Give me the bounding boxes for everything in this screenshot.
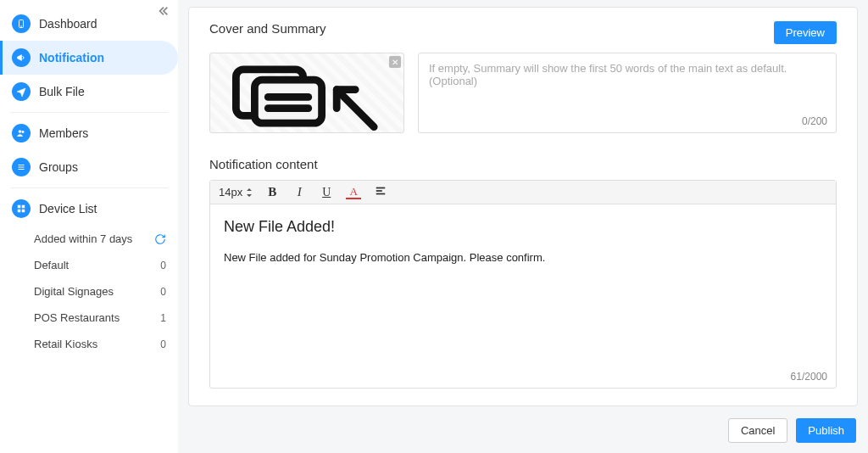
sidebar-item-label: Groups xyxy=(39,160,78,174)
grid-icon xyxy=(12,199,31,218)
editor-content-area[interactable]: New File Added! New File added for Sunda… xyxy=(210,204,836,367)
sidebar-item-notification[interactable]: Notification xyxy=(0,41,178,75)
italic-button[interactable]: I xyxy=(292,185,307,199)
svg-rect-9 xyxy=(18,210,20,212)
device-sub-count: 0 xyxy=(160,338,166,350)
phone-icon xyxy=(12,14,31,33)
refresh-icon[interactable] xyxy=(154,233,166,245)
summary-textarea[interactable]: If empty, Summary will show the first 50… xyxy=(418,53,837,133)
users-icon xyxy=(12,124,31,143)
content-section-title: Notification content xyxy=(209,157,837,171)
sidebar-item-label: Bulk File xyxy=(39,85,85,98)
preview-button[interactable]: Preview xyxy=(774,21,837,44)
sidebar-item-label: Notification xyxy=(39,51,104,64)
sidebar-item-bulk-file[interactable]: Bulk File xyxy=(0,75,178,109)
device-sub-count: 1 xyxy=(160,312,166,324)
align-button[interactable] xyxy=(373,185,388,199)
sidebar-item-label: Device List xyxy=(39,202,97,215)
device-sub-count: 0 xyxy=(160,286,166,298)
svg-rect-12 xyxy=(254,80,321,123)
cancel-button[interactable]: Cancel xyxy=(728,418,787,443)
device-sublist: Added within 7 days Default 0 Digital Si… xyxy=(0,226,178,357)
editor-card: Cover and Summary Preview ✕ I xyxy=(188,7,858,406)
cover-section-header: Cover and Summary Preview xyxy=(209,21,837,44)
svg-rect-10 xyxy=(22,210,25,212)
device-sub-count: 0 xyxy=(160,260,166,271)
svg-point-2 xyxy=(19,131,21,133)
divider xyxy=(10,187,168,188)
device-sub-label: Digital Signages xyxy=(34,285,114,298)
list-icon xyxy=(12,158,31,176)
svg-point-1 xyxy=(21,26,22,27)
main-content: Cover and Summary Preview ✕ I xyxy=(178,0,868,453)
text-color-button[interactable]: A xyxy=(346,186,361,199)
sidebar-item-groups[interactable]: Groups xyxy=(0,150,178,184)
device-sub-item-kiosks[interactable]: Retail Kiosks 0 xyxy=(34,331,166,357)
summary-placeholder: If empty, Summary will show the first 50… xyxy=(429,62,787,87)
editor-toolbar: 14px B I U A xyxy=(210,181,836,204)
font-size-selector[interactable]: 14px xyxy=(219,186,253,199)
content-char-counter: 61/2000 xyxy=(210,367,836,388)
publish-button[interactable]: Publish xyxy=(796,418,856,443)
font-size-value: 14px xyxy=(219,186,242,199)
cover-section-title: Cover and Summary xyxy=(209,21,326,36)
device-sub-item-signages[interactable]: Digital Signages 0 xyxy=(34,278,166,305)
cover-image-placeholder-icon xyxy=(222,56,392,131)
remove-cover-button[interactable]: ✕ xyxy=(389,56,401,68)
rich-text-editor: 14px B I U A New File Added! New File ad… xyxy=(209,180,837,389)
svg-point-3 xyxy=(22,131,25,133)
sidebar-item-label: Members xyxy=(39,126,88,140)
footer-actions: Cancel Publish xyxy=(188,415,858,443)
device-sub-item-recent[interactable]: Added within 7 days xyxy=(34,226,166,252)
summary-char-counter: 0/200 xyxy=(802,115,827,127)
svg-rect-8 xyxy=(22,205,25,208)
sidebar: Dashboard Notification Bulk File Members xyxy=(0,0,178,453)
bold-button[interactable]: B xyxy=(264,185,280,199)
nav-list-2: Members Groups xyxy=(0,116,178,184)
device-sub-label: Default xyxy=(34,259,69,271)
device-sub-label: POS Restaurants xyxy=(34,311,120,324)
sidebar-item-dashboard[interactable]: Dashboard xyxy=(0,7,178,41)
cover-row: ✕ If empty, Summary will show the first … xyxy=(209,53,837,133)
sidebar-item-device-list[interactable]: Device List xyxy=(0,192,178,226)
content-body-text: New File added for Sunday Promotion Camp… xyxy=(224,251,822,264)
megaphone-icon xyxy=(12,48,31,67)
sort-icon xyxy=(246,188,253,197)
sidebar-item-members[interactable]: Members xyxy=(0,116,178,150)
nav-list: Dashboard Notification Bulk File xyxy=(0,7,178,109)
device-sub-label: Added within 7 days xyxy=(34,232,132,245)
send-icon xyxy=(12,82,31,101)
svg-rect-7 xyxy=(18,205,20,208)
sidebar-item-label: Dashboard xyxy=(39,17,97,31)
underline-button[interactable]: U xyxy=(319,186,334,199)
device-sub-item-pos[interactable]: POS Restaurants 1 xyxy=(34,305,166,331)
cover-thumbnail[interactable]: ✕ xyxy=(209,53,404,133)
divider xyxy=(10,112,168,113)
nav-list-3: Device List xyxy=(0,192,178,226)
device-sub-item-default[interactable]: Default 0 xyxy=(34,252,166,278)
device-sub-label: Retail Kiosks xyxy=(34,338,97,350)
content-heading: New File Added! xyxy=(224,218,822,236)
content-section: Notification content 14px B I U A xyxy=(209,157,837,389)
